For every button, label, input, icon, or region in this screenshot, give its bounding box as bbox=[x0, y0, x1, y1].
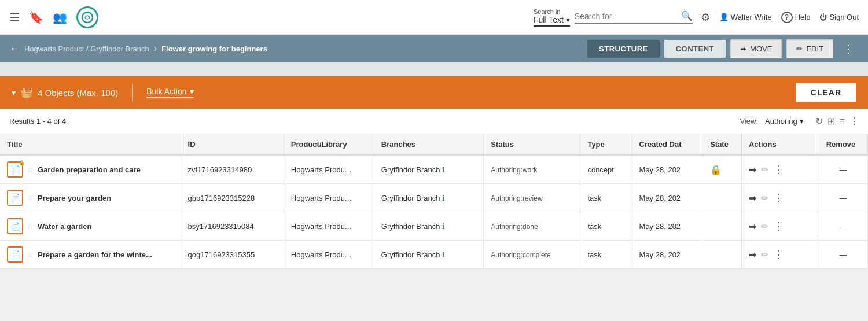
chevron-down-icon: ▾ bbox=[566, 15, 570, 24]
branch-info-icon-2[interactable]: ℹ bbox=[442, 222, 445, 231]
action-edit-icon-3[interactable]: ✏ bbox=[761, 249, 768, 260]
doc-type-icon: 📄 bbox=[10, 193, 20, 202]
col-created-date: Created Dat bbox=[632, 134, 703, 155]
nav-left: ☰ 🔖 👥 bbox=[9, 6, 98, 28]
action-edit-icon-0[interactable]: ✏ bbox=[761, 164, 768, 175]
bulk-basket-icon: 🧺 bbox=[20, 86, 33, 99]
cell-remove-0[interactable]: — bbox=[819, 155, 867, 184]
cell-type-1: task bbox=[580, 184, 632, 212]
branch-label: Gryffindor Branch bbox=[381, 250, 440, 259]
view-mode-label: Authoring bbox=[765, 117, 797, 126]
branch-label: Gryffindor Branch bbox=[381, 165, 440, 174]
action-more-icon-1[interactable]: ⋮ bbox=[773, 191, 784, 204]
breadcrumb-path: Hogwarts Product / Gryffindor Branch bbox=[24, 45, 149, 53]
move-icon: ➡ bbox=[740, 45, 746, 53]
table-header-row: Title ID Product/Library Branches Status… bbox=[0, 134, 868, 155]
cell-remove-2[interactable]: — bbox=[819, 212, 867, 241]
filter-columns-icon[interactable]: ≡ bbox=[840, 116, 845, 127]
branch-info-icon-1[interactable]: ℹ bbox=[442, 194, 445, 202]
top-navigation: ☰ 🔖 👥 Search in Full Text ▾ 🔍 ⚙ 👤 Walter… bbox=[0, 0, 868, 35]
action-edit-icon-2[interactable]: ✏ bbox=[761, 221, 768, 232]
col-state: State bbox=[703, 134, 742, 155]
user-icon: 👤 bbox=[719, 13, 729, 21]
cell-state-3 bbox=[703, 241, 742, 269]
signout-button[interactable]: ⏻ Sign Out bbox=[819, 13, 859, 21]
row-title-1: Prepare your garden bbox=[38, 194, 111, 202]
table-row: 📄 ☆ Prepare a garden for the winte... qo… bbox=[0, 241, 868, 269]
cell-title-3: 📄 ☆ Prepare a garden for the winte... bbox=[0, 241, 181, 269]
col-status: Status bbox=[484, 134, 580, 155]
sub-header bbox=[0, 62, 868, 76]
cell-remove-1[interactable]: — bbox=[819, 184, 867, 212]
star-icon-2[interactable]: ☆ bbox=[27, 222, 34, 231]
chevron-down-icon: ▾ bbox=[800, 117, 804, 126]
view-icons: ↻ ⊞ ≡ ⋮ bbox=[815, 116, 859, 127]
back-button[interactable]: ← bbox=[9, 43, 20, 55]
cell-product-library-0: Hogwarts Produ... bbox=[284, 155, 374, 184]
edit-button[interactable]: ✏ EDIT bbox=[786, 39, 833, 58]
svg-point-0 bbox=[82, 12, 93, 23]
cell-branches-3: Gryffindor Branch ℹ bbox=[374, 241, 483, 269]
hamburger-icon[interactable]: ☰ bbox=[9, 10, 20, 24]
nav-right: 👤 Walter Write ? Help ⏻ Sign Out bbox=[719, 12, 859, 23]
cell-created-date-1: May 28, 202 bbox=[632, 184, 703, 212]
bulk-checkbox-area: ▾ 🧺 4 Objects (Max. 100) bbox=[12, 86, 118, 99]
more-options-icon[interactable]: ⋮ bbox=[838, 39, 859, 58]
table-more-icon[interactable]: ⋮ bbox=[849, 116, 859, 127]
star-icon-1[interactable]: ☆ bbox=[27, 193, 34, 202]
tab-content[interactable]: CONTENT bbox=[664, 40, 726, 58]
view-mode-dropdown[interactable]: Authoring ▾ bbox=[765, 117, 804, 126]
refresh-icon[interactable]: ↻ bbox=[815, 116, 823, 127]
search-icon[interactable]: 🔍 bbox=[681, 10, 693, 21]
branch-info-icon-0[interactable]: ℹ bbox=[442, 165, 445, 174]
action-move-icon-3[interactable]: ➡ bbox=[749, 249, 756, 260]
star-icon-0[interactable]: ☆ bbox=[27, 165, 34, 174]
lock-state-icon[interactable]: 🔒 bbox=[710, 165, 722, 175]
cell-title-1: 📄 ☆ Prepare your garden bbox=[0, 184, 181, 212]
col-type: Type bbox=[580, 134, 632, 155]
action-move-icon-0[interactable]: ➡ bbox=[749, 164, 756, 175]
cell-created-date-3: May 28, 202 bbox=[632, 241, 703, 269]
bulk-action-label: Bulk Action bbox=[146, 87, 186, 96]
row-title-3: Prepare a garden for the winte... bbox=[38, 250, 152, 259]
cell-branches-0: Gryffindor Branch ℹ bbox=[374, 155, 483, 184]
action-more-icon-0[interactable]: ⋮ bbox=[773, 163, 784, 176]
action-move-icon-2[interactable]: ➡ bbox=[749, 221, 756, 232]
move-button[interactable]: ➡ MOVE bbox=[730, 39, 782, 58]
users-icon[interactable]: 👥 bbox=[53, 10, 67, 24]
tab-structure[interactable]: STRUCTURE bbox=[587, 40, 660, 58]
col-actions: Actions bbox=[741, 134, 819, 155]
action-edit-icon-1[interactable]: ✏ bbox=[761, 193, 768, 204]
table-row: 📄 ☆ Water a garden bsy1716923315084 Hogw… bbox=[0, 212, 868, 241]
bulk-action-bar: ▾ 🧺 4 Objects (Max. 100) Bulk Action ▾ C… bbox=[0, 76, 868, 109]
grid-view-icon[interactable]: ⊞ bbox=[827, 116, 835, 127]
signout-label: Sign Out bbox=[829, 13, 859, 21]
clear-button[interactable]: CLEAR bbox=[796, 83, 856, 102]
search-input[interactable] bbox=[575, 12, 679, 21]
star-icon-3[interactable]: ☆ bbox=[27, 250, 34, 259]
action-move-icon-1[interactable]: ➡ bbox=[749, 193, 756, 204]
filter-icon[interactable]: ⚙ bbox=[701, 11, 710, 24]
user-menu[interactable]: 👤 Walter Write bbox=[719, 13, 772, 21]
breadcrumb-bar: ← Hogwarts Product / Gryffindor Branch ›… bbox=[0, 35, 868, 62]
action-more-icon-3[interactable]: ⋮ bbox=[773, 248, 784, 261]
cell-status-1: Authoring:review bbox=[484, 184, 580, 212]
bulk-action-dropdown[interactable]: Bulk Action ▾ bbox=[146, 87, 194, 98]
bulk-chevron-down-icon[interactable]: ▾ bbox=[12, 88, 16, 97]
search-mode-label: Full Text bbox=[534, 15, 564, 24]
cell-remove-3[interactable]: — bbox=[819, 241, 867, 269]
cell-product-library-2: Hogwarts Produ... bbox=[284, 212, 374, 241]
branch-info-icon-3[interactable]: ℹ bbox=[442, 250, 445, 259]
bulk-count-label: 4 Objects (Max. 100) bbox=[38, 88, 118, 98]
help-button[interactable]: ? Help bbox=[781, 12, 811, 23]
search-mode-dropdown[interactable]: Full Text ▾ bbox=[534, 15, 570, 27]
branch-label: Gryffindor Branch bbox=[381, 222, 440, 231]
signout-icon: ⏻ bbox=[819, 13, 827, 21]
cell-type-0: concept bbox=[580, 155, 632, 184]
cell-actions-3: ➡ ✏ ⋮ bbox=[741, 241, 819, 269]
breadcrumb-separator: › bbox=[154, 43, 157, 54]
cell-branches-1: Gryffindor Branch ℹ bbox=[374, 184, 483, 212]
bookmark-icon[interactable]: 🔖 bbox=[29, 10, 43, 24]
cell-created-date-2: May 28, 202 bbox=[632, 212, 703, 241]
action-more-icon-2[interactable]: ⋮ bbox=[773, 220, 784, 233]
